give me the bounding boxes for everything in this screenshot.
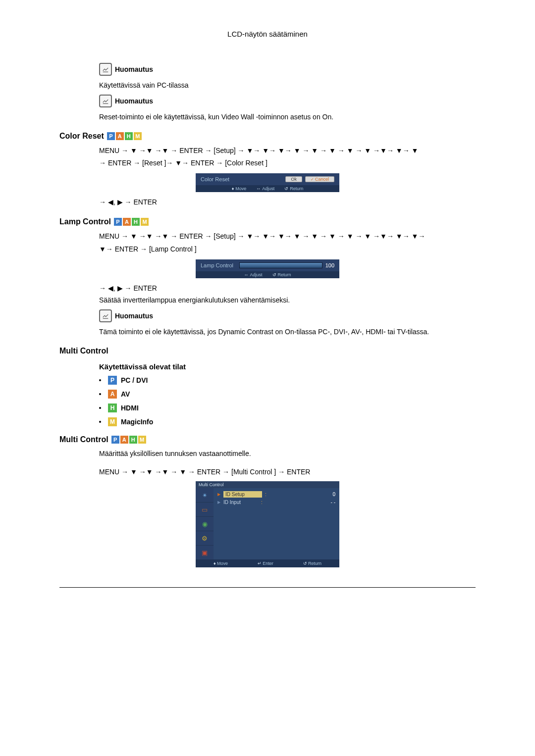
- multi-desc: Määrittää yksilöllisen tunnuksen vastaan…: [99, 448, 476, 459]
- return-icon: ↺: [303, 561, 307, 566]
- mode-badges: P A H M: [114, 218, 149, 226]
- play-icon: ▶: [217, 500, 220, 504]
- osd-row-value: - -: [331, 500, 335, 505]
- note-row: Huomautus: [99, 309, 476, 322]
- osd-row-label: ID Input: [223, 500, 258, 505]
- mode-label: PC / DVI: [121, 376, 148, 384]
- nav-line: MENU → ▼ →▼ →▼ → ENTER → [Setup] → ▼→ ▼→…: [99, 230, 476, 243]
- note-icon: [99, 309, 112, 322]
- osd-row-id-input[interactable]: ▶ ID Input : - -: [217, 500, 335, 505]
- badge-m-icon: M: [138, 436, 146, 444]
- osd-foot-return: ↺Return: [272, 272, 291, 277]
- note-icon: [99, 95, 112, 107]
- osd-side-input-icon[interactable]: ✴: [196, 488, 214, 503]
- mode-item-hdmi: H HDMI: [99, 403, 476, 412]
- osd-slider[interactable]: [239, 262, 322, 268]
- mode-list: P PC / DVI A AV H HDMI M MagicInfo: [99, 376, 476, 426]
- play-icon: ▶: [217, 492, 220, 497]
- osd2-title: Multi Control: [196, 481, 339, 488]
- page-header: LCD-näytön säätäminen: [59, 30, 476, 38]
- mode-badges: P A H M: [107, 132, 142, 140]
- osd-foot-move: ♦Move: [232, 186, 247, 191]
- badge-a-icon: A: [123, 218, 131, 226]
- note-row: Huomautus: [99, 95, 476, 107]
- badge-p-icon: P: [114, 218, 122, 226]
- bullet-icon: [99, 421, 101, 423]
- osd-title: Color Reset: [201, 176, 229, 182]
- section-multi-control-2: Multi Control P A H M: [59, 435, 476, 444]
- leftright-icon: ↔: [256, 186, 261, 191]
- heading-text: Multi Control: [59, 435, 108, 444]
- badge-m-icon: M: [134, 132, 142, 140]
- badge-a-icon: A: [116, 132, 124, 140]
- nav-line: ▼→ ENTER → [Lamp Control ]: [99, 243, 476, 255]
- badge-h-icon: H: [125, 132, 133, 140]
- osd-row-id-setup[interactable]: ▶ ID Setup : 0: [217, 491, 335, 498]
- osd-foot-return: ↺ Return: [303, 561, 322, 566]
- bullet-icon: [99, 393, 101, 395]
- osd-foot-move: ♦ Move: [214, 561, 228, 566]
- osd-title: Lamp Control: [201, 262, 233, 268]
- return-icon: ↺: [272, 272, 276, 277]
- nav-line: MENU → ▼ →▼ →▼ → ENTER → [Setup] → ▼→ ▼→…: [99, 145, 476, 157]
- osd-foot-enter: ↵ Enter: [258, 561, 273, 566]
- osd-cancel-label: Cancel: [315, 177, 329, 182]
- badge-p-icon: P: [108, 376, 117, 385]
- osd-side-sound-icon[interactable]: ◉: [196, 517, 214, 531]
- badge-h-icon: H: [132, 218, 140, 226]
- note-text-reset: Reset-toiminto ei ole käytettävissä, kun…: [99, 111, 476, 122]
- badge-a-icon: A: [108, 390, 117, 399]
- colon-icon: :: [261, 500, 263, 505]
- osd-main: ▶ ID Setup : 0 ▶ ID Input : - -: [214, 488, 339, 559]
- badge-h-icon: H: [129, 436, 137, 444]
- note-label: Huomautus: [115, 312, 153, 320]
- osd-side-setup-icon[interactable]: ⚙: [196, 531, 214, 546]
- lamp-note-text: Tämä toiminto ei ole käytettävissä, jos …: [99, 326, 476, 337]
- osd-ok-button[interactable]: Ok: [285, 176, 302, 182]
- mode-item-av: A AV: [99, 390, 476, 399]
- mode-label: MagicInfo: [121, 418, 153, 426]
- osd-foot-return: ↺Return: [284, 186, 303, 191]
- osd-color-reset: Color Reset Ok ✓Cancel ♦Move ↔Adjust ↺Re…: [196, 173, 339, 192]
- note-label: Huomautus: [115, 65, 153, 73]
- heading-text: Color Reset: [59, 132, 104, 141]
- note-row: Huomautus: [99, 63, 476, 76]
- updown-icon: ♦: [232, 186, 234, 191]
- badge-p-icon: P: [111, 436, 119, 444]
- badge-m-icon: M: [141, 218, 149, 226]
- heading-text: Multi Control: [59, 347, 108, 355]
- osd-cancel-button[interactable]: ✓Cancel: [305, 176, 334, 182]
- note-text-pc-only: Käytettävissä vain PC-tilassa: [99, 80, 476, 91]
- osd-slider-value: 100: [325, 262, 334, 268]
- mode-item-magicinfo: M MagicInfo: [99, 417, 476, 426]
- osd-side-multi-icon[interactable]: ▣: [196, 546, 214, 559]
- bullet-icon: [99, 407, 101, 409]
- badge-h-icon: H: [108, 403, 117, 412]
- mode-badges: P A H M: [111, 436, 146, 444]
- osd-sidebar: ✴ ▭ ◉ ⚙ ▣: [196, 488, 214, 559]
- mode-label: HDMI: [121, 404, 139, 412]
- osd-side-picture-icon[interactable]: ▭: [196, 503, 214, 517]
- nav-line: → ENTER → [Reset ]→ ▼→ ENTER → [Color Re…: [99, 157, 476, 169]
- badge-p-icon: P: [107, 132, 115, 140]
- section-color-reset: Color Reset P A H M: [59, 132, 476, 141]
- osd-row-label: ID Setup: [223, 491, 262, 498]
- mode-label: AV: [121, 390, 130, 398]
- mode-item-pc: P PC / DVI: [99, 376, 476, 385]
- subheading-modes: Käytettävissä olevat tilat: [99, 362, 476, 371]
- heading-text: Lamp Control: [59, 217, 111, 226]
- bullet-icon: [99, 379, 101, 381]
- section-multi-control: Multi Control: [59, 347, 476, 355]
- colon-icon: :: [265, 492, 267, 497]
- osd-multi-control: Multi Control ✴ ▭ ◉ ⚙ ▣ ▶ ID Setup : 0 ▶…: [196, 481, 339, 567]
- badge-m-icon: M: [108, 417, 117, 426]
- note-icon: [99, 63, 112, 76]
- return-icon: ↺: [284, 186, 288, 191]
- lamp-desc: Säätää invertterilamppua energiankulutuk…: [99, 295, 476, 305]
- osd-foot-adjust: ↔Adjust: [256, 186, 274, 191]
- section-lamp-control: Lamp Control P A H M: [59, 217, 476, 226]
- osd-row-value: 0: [332, 492, 335, 497]
- enter-icon: ↵: [258, 561, 262, 566]
- nav-line: → ◀, ▶ → ENTER: [99, 282, 476, 295]
- nav-line: MENU → ▼ →▼ →▼ → ▼ → ENTER → [Multi Cont…: [99, 466, 476, 478]
